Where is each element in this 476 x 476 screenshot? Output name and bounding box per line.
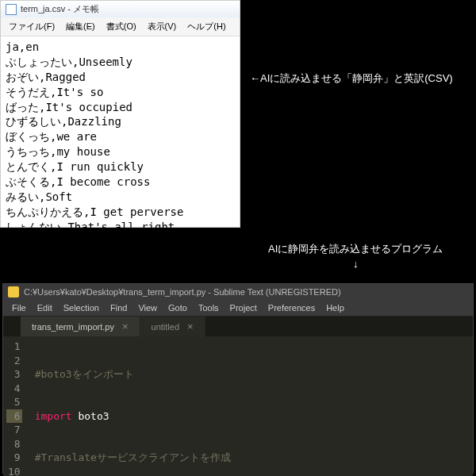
notepad-menu: ファイル(F) 編集(E) 書式(O) 表示(V) ヘルプ(H) (1, 17, 240, 36)
menu-view[interactable]: View (132, 301, 163, 314)
menu-tools[interactable]: Tools (193, 301, 225, 314)
tab-label: untitled (152, 322, 179, 332)
menu-format[interactable]: 書式(O) (102, 19, 141, 34)
line-num: 8 (6, 437, 22, 451)
menu-help[interactable]: Help (321, 301, 350, 314)
tab-active[interactable]: trans_term_import.py × (21, 317, 140, 336)
sublime-window: C:¥Users¥kato¥Desktop¥trans_term_import.… (2, 283, 474, 474)
line-gutter: 1 2 3 4 5 6 7 8 9 10 11 (3, 336, 29, 476)
close-icon[interactable]: × (187, 321, 194, 332)
tab-label: trans_term_import.py (32, 322, 114, 332)
menu-project[interactable]: Project (225, 301, 263, 314)
menu-edit[interactable]: 編集(E) (61, 19, 100, 34)
code-editor[interactable]: 1 2 3 4 5 6 7 8 9 10 11 #boto3をインポート imp… (3, 336, 473, 476)
tab-inactive[interactable]: untitled × (140, 317, 205, 336)
code-comment: #boto3をインポート (35, 368, 134, 380)
sublime-menu: File Edit Selection Find View Goto Tools… (3, 300, 473, 317)
notepad-title-text: term_ja.csv - メモ帳 (21, 3, 99, 15)
line-num: 9 (6, 451, 22, 465)
code-text: boto3 (72, 410, 109, 422)
code-content[interactable]: #boto3をインポート import boto3 #Translateサービス… (29, 336, 473, 476)
annotation-program: AIに静岡弁を読み込ませるプログラム ↓ (268, 242, 443, 270)
annotation-csv: ←AIに読み込ませる「静岡弁」と英訳(CSV) (250, 71, 453, 86)
menu-find[interactable]: Find (105, 301, 132, 314)
annotation-program-text: AIに静岡弁を読み込ませるプログラム (268, 243, 443, 255)
menu-view[interactable]: 表示(V) (143, 19, 182, 34)
code-keyword: import (35, 410, 72, 422)
down-arrow-icon: ↓ (268, 258, 443, 270)
line-num: 3 (6, 367, 22, 382)
close-icon[interactable]: × (122, 321, 129, 332)
menu-selection[interactable]: Selection (58, 301, 105, 314)
line-num: 5 (6, 395, 22, 409)
notepad-content[interactable]: ja,en ぶしょったい,Unseemly おぞい,Ragged そうだえ,It… (1, 36, 240, 238)
notepad-window: term_ja.csv - メモ帳 ファイル(F) 編集(E) 書式(O) 表示… (0, 0, 240, 228)
line-num: 6 (6, 409, 22, 424)
menu-file[interactable]: File (6, 301, 32, 314)
sublime-logo-icon (8, 286, 19, 298)
menu-edit[interactable]: Edit (32, 301, 58, 314)
tab-bar: trans_term_import.py × untitled × (3, 317, 473, 336)
line-num: 10 (6, 465, 22, 476)
sublime-title-text: C:¥Users¥kato¥Desktop¥trans_term_import.… (24, 287, 341, 297)
menu-file[interactable]: ファイル(F) (4, 19, 60, 34)
code-comment: #Translateサービスクライアントを作成 (35, 451, 231, 463)
menu-goto[interactable]: Goto (163, 301, 193, 314)
line-num: 7 (6, 423, 22, 437)
menu-preferences[interactable]: Preferences (263, 301, 321, 314)
line-num: 1 (6, 340, 22, 354)
notepad-titlebar: term_ja.csv - メモ帳 (1, 1, 240, 17)
line-num: 4 (6, 382, 22, 396)
line-num: 2 (6, 354, 22, 368)
notepad-icon (6, 4, 17, 15)
sublime-titlebar: C:¥Users¥kato¥Desktop¥trans_term_import.… (3, 284, 473, 300)
menu-help[interactable]: ヘルプ(H) (182, 19, 230, 34)
